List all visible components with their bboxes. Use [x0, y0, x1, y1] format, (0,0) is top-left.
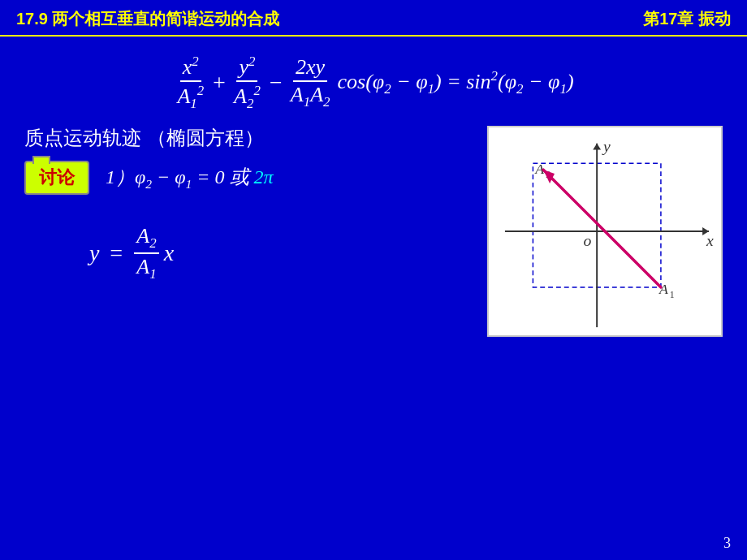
- svg-text:o: o: [583, 231, 591, 249]
- svg-text:A: A: [658, 281, 668, 297]
- discussion-badge: 讨论: [24, 161, 89, 195]
- graph-container: x y o A 2 A 1: [487, 126, 723, 337]
- frac-a2-a1: A2 A1: [134, 224, 158, 282]
- main-content: x2 A12 + y2 A22 − 2xy A1A2 cos(φ2 − φ1) …: [0, 37, 747, 295]
- header-right: 第17章 振动: [643, 8, 731, 30]
- frac-2xy-a1a2: 2xy A1A2: [288, 55, 333, 110]
- svg-text:x: x: [706, 231, 714, 249]
- case1-text: 1）φ2 − φ1 = 0 或 2π: [106, 164, 274, 192]
- frac-x2-a12: x2 A12: [175, 54, 206, 112]
- frac-y2-a22: y2 A22: [231, 54, 263, 112]
- header: 17.9 两个相互垂直的简谐运动的合成 第17章 振动: [0, 0, 747, 37]
- svg-text:1: 1: [670, 289, 675, 300]
- svg-text:y: y: [602, 137, 611, 155]
- main-formula: x2 A12 + y2 A22 − 2xy A1A2 cos(φ2 − φ1) …: [24, 49, 723, 117]
- discussion-label: 讨论: [39, 167, 75, 187]
- header-left: 17.9 两个相互垂直的简谐运动的合成: [16, 8, 279, 30]
- page-number: 3: [723, 535, 731, 552]
- graph-svg: x y o A 2 A 1: [489, 127, 721, 335]
